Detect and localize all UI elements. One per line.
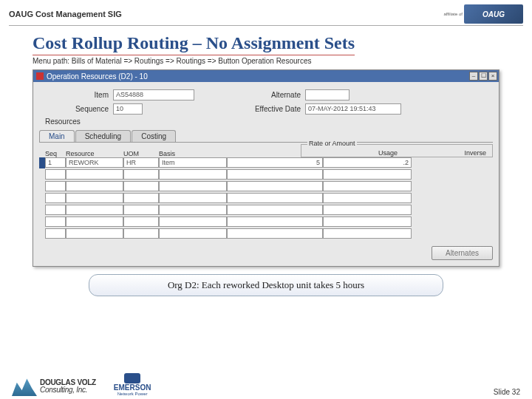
col-uom: UOM <box>123 150 159 157</box>
tab-main[interactable]: Main <box>39 130 75 142</box>
col-inverse: Inverse <box>400 149 489 157</box>
emerson-line2: Network Power <box>114 392 151 396</box>
table-row[interactable] <box>39 193 493 204</box>
cell-usage[interactable]: 5 <box>227 157 323 168</box>
table-row[interactable] <box>39 169 493 180</box>
dvc-line2: Consulting, Inc. <box>40 386 96 395</box>
table-row[interactable]: 1 REWORK HR Item 5 .2 <box>39 157 493 168</box>
slide-number: Slide 32 <box>494 388 520 396</box>
cell-basis[interactable]: Item <box>159 157 227 168</box>
col-usage: Usage <box>304 149 400 157</box>
menu-path: Menu path: Bills of Material => Routings… <box>33 57 532 65</box>
col-seq: Seq <box>45 150 66 157</box>
effective-field[interactable]: 07-MAY-2012 19:51:43 <box>305 103 401 115</box>
table-row[interactable] <box>39 205 493 216</box>
alternate-field[interactable] <box>305 89 349 100</box>
table-row[interactable] <box>39 228 493 239</box>
callout-box: Org D2: Each reworked Desktop unit takes… <box>89 274 443 296</box>
close-icon[interactable]: × <box>488 72 497 81</box>
cell-uom[interactable]: HR <box>123 157 159 168</box>
window-title: Operation Resources (D2) - 10 <box>47 72 148 81</box>
affiliate-label: affiliate of <box>443 12 463 16</box>
rate-group-label: Rate or Amount <box>307 140 357 147</box>
maximize-icon[interactable]: ☐ <box>479 72 488 81</box>
alternates-button[interactable]: Alternates <box>432 246 493 260</box>
oaug-logo: affiliate of OAUG <box>443 4 523 24</box>
sequence-label: Sequence <box>39 105 113 113</box>
tab-bar: Main Scheduling Costing <box>39 130 493 143</box>
col-resource: Resource <box>66 150 123 157</box>
sequence-field[interactable]: 10 <box>113 103 143 115</box>
item-label: Item <box>39 91 113 99</box>
resource-grid: 1 REWORK HR Item 5 .2 <box>39 157 493 239</box>
tab-scheduling[interactable]: Scheduling <box>75 130 131 142</box>
cell-resource[interactable]: REWORK <box>66 157 123 168</box>
oracle-icon <box>36 72 44 80</box>
emerson-line1: EMERSON <box>114 383 151 392</box>
cell-inverse[interactable]: .2 <box>323 157 412 168</box>
table-row[interactable] <box>39 216 493 228</box>
col-basis: Basis <box>159 150 227 157</box>
window-titlebar[interactable]: Operation Resources (D2) - 10 – ☐ × <box>33 70 499 82</box>
page-heading: OAUG Cost Management SIG <box>9 10 122 18</box>
effective-label: Effective Date <box>143 105 305 113</box>
minimize-icon[interactable]: – <box>469 72 478 81</box>
oaug-logo-img: OAUG <box>464 4 523 24</box>
table-row[interactable] <box>39 181 493 192</box>
emerson-mark-icon <box>124 373 140 383</box>
alternate-label: Alternate <box>194 91 305 99</box>
resources-label: Resources <box>45 117 493 126</box>
oracle-window: Operation Resources (D2) - 10 – ☐ × Item… <box>33 69 499 267</box>
dvc-mark-icon <box>12 377 37 396</box>
emerson-logo: EMERSON Network Power <box>114 373 151 396</box>
dvc-logo: DOUGLAS VOLZ Consulting, Inc. <box>12 377 96 396</box>
row-indicator <box>39 157 45 168</box>
tab-costing[interactable]: Costing <box>132 130 176 142</box>
slide-title: Cost Rollup Routing – No Assignment Sets <box>33 33 355 55</box>
item-field[interactable]: AS54888 <box>113 89 194 100</box>
cell-seq[interactable]: 1 <box>45 157 66 168</box>
